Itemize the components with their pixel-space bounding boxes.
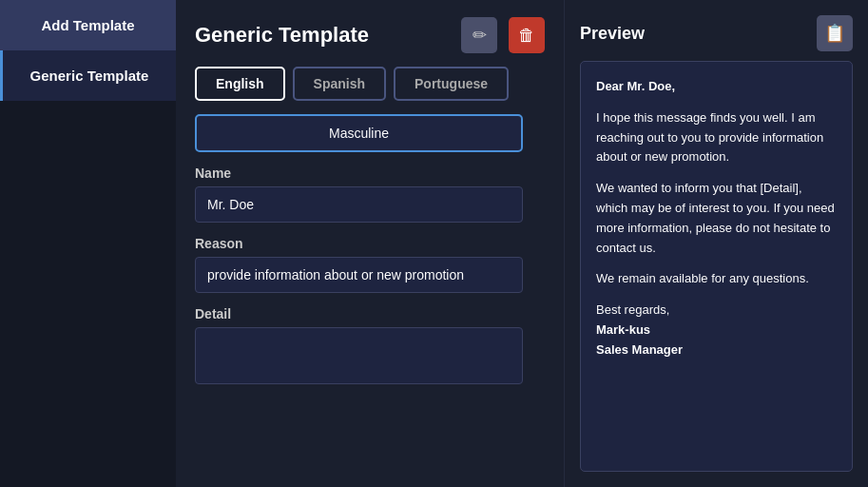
detail-field-group: Detail [195,306,545,384]
tab-portuguese[interactable]: Portuguese [394,67,509,101]
language-tabs: English Spanish Portuguese [195,67,545,101]
edit-button[interactable]: ✏ [461,17,497,53]
pencil-icon: ✏ [473,25,487,46]
name-label: Name [195,166,545,181]
preview-para1: I hope this message finds you well. I am… [596,108,837,167]
reason-label: Reason [195,236,545,251]
reason-input[interactable] [195,257,523,293]
copy-button[interactable]: 📋 [817,15,853,51]
tab-spanish[interactable]: Spanish [293,67,386,101]
preview-content: Dear Mr. Doe, I hope this message finds … [580,61,853,472]
delete-button[interactable]: 🗑 [509,17,545,53]
detail-label: Detail [195,306,545,321]
add-template-button[interactable]: Add Template [0,0,176,50]
preview-para2: We wanted to inform you that [Detail], w… [596,179,837,258]
preview-header: Preview 📋 [580,15,853,51]
name-input[interactable] [195,186,523,223]
preview-closing: Best regards, Mark-kus Sales Manager [596,301,837,360]
preview-para3: We remain available for any questions. [596,269,837,289]
preview-panel: Preview 📋 Dear Mr. Doe, I hope this mess… [564,0,868,487]
detail-textarea[interactable] [195,327,523,384]
trash-icon: 🗑 [518,26,535,46]
copy-icon: 📋 [824,23,845,44]
preview-title: Preview [580,24,645,44]
main-header: Generic Template ✏ 🗑 [195,17,545,53]
page-title: Generic Template [195,23,450,48]
main-content: Generic Template ✏ 🗑 English Spanish Por… [176,0,564,487]
sidebar-item-generic-template[interactable]: Generic Template [0,50,176,101]
tab-english[interactable]: English [195,67,285,101]
gender-select[interactable]: Masculine Feminine Neutral [195,114,523,152]
reason-field-group: Reason [195,236,545,293]
name-field-group: Name [195,166,545,223]
sidebar: Add Template Generic Template [0,0,176,487]
preview-greeting: Dear Mr. Doe, [596,79,675,93]
